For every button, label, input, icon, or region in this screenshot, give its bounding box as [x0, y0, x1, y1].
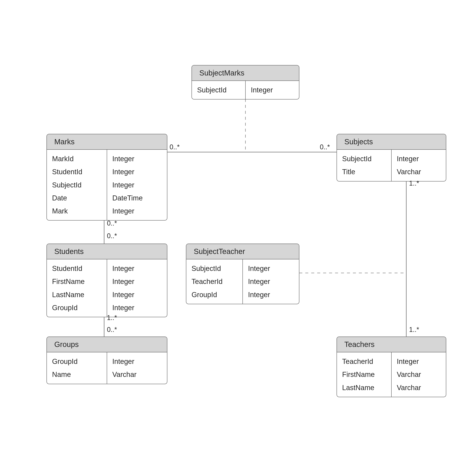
entity-students: Students StudentId FirstName LastName Gr… — [47, 244, 167, 317]
field-type: Integer — [112, 204, 163, 218]
entity-title: SubjectMarks — [192, 66, 299, 81]
multiplicity-label: 0..* — [170, 143, 180, 151]
er-diagram-canvas: SubjectMarks SubjectId Integer Marks Mar… — [0, 0, 476, 476]
field-name: Name — [52, 368, 102, 381]
entity-marks: Marks MarkId StudentId SubjectId Date Ma… — [47, 134, 167, 221]
field-type: Integer — [251, 84, 294, 97]
multiplicity-label: 1..* — [107, 314, 117, 322]
field-name: Title — [342, 165, 387, 178]
field-type: Integer — [248, 275, 294, 288]
fields-names: StudentId FirstName LastName GroupId — [47, 259, 107, 317]
fields-types: Integer Integer Integer DateTime Integer — [107, 150, 167, 220]
field-type: Integer — [112, 275, 163, 288]
entity-teachers: Teachers TeacherId FirstName LastName In… — [337, 337, 446, 397]
field-name: StudentId — [52, 165, 102, 178]
fields-types: Integer — [246, 81, 299, 99]
field-type: Varchar — [397, 368, 442, 381]
fields-names: SubjectId — [192, 81, 246, 99]
field-type: Integer — [112, 165, 163, 178]
field-type: DateTime — [112, 191, 163, 204]
field-type: Integer — [397, 152, 442, 165]
multiplicity-label: 0..* — [107, 232, 117, 240]
field-name: SubjectId — [197, 84, 241, 97]
fields-names: SubjectId TeacherId GroupId — [186, 259, 243, 304]
field-type: Integer — [112, 288, 163, 301]
field-name: GroupId — [52, 355, 102, 368]
field-name: SubjectId — [52, 178, 102, 191]
field-name: GroupId — [52, 301, 102, 314]
entity-subjectmarks: SubjectMarks SubjectId Integer — [191, 65, 299, 100]
fields-names: TeacherId FirstName LastName — [337, 352, 391, 397]
multiplicity-label: 0..* — [320, 143, 330, 151]
entity-groups: Groups GroupId Name Integer Varchar — [47, 337, 167, 384]
fields-types: Integer Varchar — [391, 150, 446, 181]
field-name: FirstName — [52, 275, 102, 288]
entity-subjectteacher: SubjectTeacher SubjectId TeacherId Group… — [186, 244, 299, 304]
multiplicity-label: 0..* — [107, 326, 117, 334]
field-name: LastName — [342, 381, 387, 394]
field-name: TeacherId — [191, 275, 238, 288]
fields-names: SubjectId Title — [337, 150, 391, 181]
field-name: SubjectId — [342, 152, 387, 165]
multiplicity-label: 0..* — [107, 220, 117, 227]
field-name: Mark — [52, 204, 102, 218]
entity-title: Teachers — [337, 337, 446, 352]
field-type: Integer — [112, 178, 163, 191]
fields-types: Integer Integer Integer Integer — [107, 259, 167, 317]
field-type: Integer — [248, 288, 294, 301]
field-name: MarkId — [52, 152, 102, 165]
field-name: FirstName — [342, 368, 387, 381]
fields-types: Integer Varchar Varchar — [391, 352, 446, 397]
field-name: Date — [52, 191, 102, 204]
field-type: Integer — [112, 301, 163, 314]
field-type: Integer — [397, 355, 442, 368]
entity-title: Groups — [47, 337, 167, 352]
field-name: StudentId — [52, 262, 102, 275]
field-name: SubjectId — [191, 262, 238, 275]
field-type: Integer — [112, 262, 163, 275]
entity-title: Marks — [47, 134, 167, 150]
entity-title: Students — [47, 244, 167, 259]
fields-types: Integer Integer Integer — [243, 259, 299, 304]
field-name: LastName — [52, 288, 102, 301]
field-type: Varchar — [397, 381, 442, 394]
fields-types: Integer Varchar — [107, 352, 167, 384]
fields-names: MarkId StudentId SubjectId Date Mark — [47, 150, 107, 220]
multiplicity-label: 1..* — [409, 326, 419, 334]
field-type: Varchar — [397, 165, 442, 178]
multiplicity-label: 1..* — [409, 179, 419, 187]
field-type: Integer — [112, 152, 163, 165]
fields-names: GroupId Name — [47, 352, 107, 384]
field-type: Integer — [248, 262, 294, 275]
field-name: TeacherId — [342, 355, 387, 368]
field-name: GroupId — [191, 288, 238, 301]
field-type: Integer — [112, 355, 163, 368]
entity-subjects: Subjects SubjectId Title Integer Varchar — [337, 134, 446, 182]
field-type: Varchar — [112, 368, 163, 381]
entity-title: Subjects — [337, 134, 446, 150]
entity-title: SubjectTeacher — [186, 244, 299, 259]
